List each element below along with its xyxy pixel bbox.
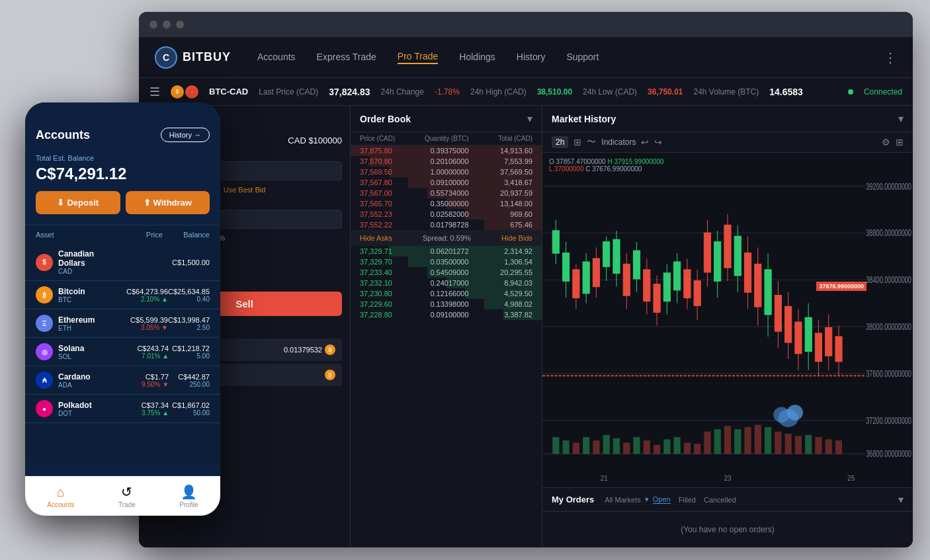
- ob-ask-row[interactable]: 37,875.80 0.39375000 14,913.60: [351, 145, 542, 156]
- ob-ask-row[interactable]: 37,570.80 0.20106000 7,553.99: [351, 156, 542, 167]
- asset-icon: ●: [36, 400, 53, 417]
- order-book-chevron[interactable]: ▾: [527, 112, 532, 125]
- x-label-25: 25: [847, 475, 855, 482]
- chart-expand-icon[interactable]: ⊞: [896, 137, 904, 147]
- nav-accounts[interactable]: Accounts: [257, 52, 296, 63]
- asset-balance-col: C$13,998.47 2.50: [168, 316, 210, 331]
- ask-price: 37,567.80: [360, 179, 413, 186]
- asset-balance-value: C$13,998.47: [168, 316, 210, 324]
- svg-text:38400.00000000: 38400.00000000: [866, 274, 911, 286]
- svg-rect-73: [563, 440, 570, 454]
- asset-icon: Ξ: [36, 315, 53, 332]
- hide-asks-btn[interactable]: Hide Asks: [360, 234, 392, 242]
- nav-trade-mobile[interactable]: ↺ Trade: [118, 484, 136, 508]
- nav-history[interactable]: History: [517, 52, 546, 63]
- svg-rect-27: [613, 240, 620, 274]
- nav-more-menu[interactable]: ⋮: [884, 50, 897, 65]
- ohlc-o: O 37857.47000000: [549, 158, 606, 165]
- bid-qty: 0.09100000: [423, 311, 476, 319]
- nav-profile-mobile[interactable]: 👤 Profile: [179, 484, 198, 508]
- asset-info: Canadian Dollars CAD: [58, 249, 120, 275]
- bids-container: 37,329.71 0.06201272 2,314.92 37,329.70 …: [351, 246, 542, 320]
- nav-accounts-mobile[interactable]: ⌂ Accounts: [47, 485, 74, 508]
- chart-header: Market History ▾: [542, 106, 913, 132]
- svg-rect-47: [714, 242, 721, 281]
- low-label: 24h Low (CAD): [583, 87, 637, 97]
- asset-list-item[interactable]: ● Polkadot DOT C$37.34 3.75% ▲ C$1,867.0…: [25, 395, 220, 423]
- asset-list-item[interactable]: $ Canadian Dollars CAD C$1,500.00: [25, 244, 220, 281]
- ob-ask-row[interactable]: 37,569.50 1.00000000 37,569.50: [351, 167, 542, 177]
- asset-list-item[interactable]: ₿ Bitcoin BTC C$64,273.96 2.10% ▲ C$25,6…: [25, 281, 220, 309]
- connected-text: Connected: [864, 87, 902, 97]
- bid-price: 37,228.80: [360, 311, 413, 319]
- ob-bid-row[interactable]: 37,233.40 0.54509000 20,295.55: [351, 267, 542, 278]
- asset-list-item[interactable]: Ξ Ethereum ETH C$5,599.39 3.05% ▼ C$13,9…: [25, 309, 220, 338]
- ob-bid-row[interactable]: 37,229.60 0.13398000 4,988.02: [351, 299, 542, 309]
- order-book-header: Order Book ▾: [351, 106, 542, 132]
- ticker-pair[interactable]: BTC-CAD: [209, 87, 248, 97]
- accounts-nav-icon: ⌂: [57, 485, 65, 500]
- bid-price: 37,329.70: [360, 258, 413, 266]
- svg-text:36800.00000000: 36800.00000000: [866, 448, 911, 460]
- asset-price-col: C$37.34 3.75% ▲: [120, 401, 169, 417]
- asset-balance-value: C$1,218.72: [169, 344, 210, 352]
- ob-ask-row[interactable]: 37,565.70 0.35000000 13,148.00: [351, 198, 542, 209]
- chart-type-icon[interactable]: ⊞: [573, 137, 581, 147]
- my-orders-filter[interactable]: All Markets: [605, 496, 640, 504]
- asset-change: 2.10% ▲: [119, 296, 168, 303]
- ob-bid-row[interactable]: 37,329.70 0.03500000 1,306.54: [351, 257, 542, 267]
- asset-price-value: C$243.74: [120, 344, 169, 352]
- nav-express-trade[interactable]: Express Trade: [317, 52, 376, 63]
- asset-balance-col: C$25,634.85 0.40: [168, 288, 210, 303]
- time-interval-btn[interactable]: 2h: [552, 136, 568, 148]
- svg-rect-81: [644, 440, 650, 454]
- withdraw-btn[interactable]: ⬆ Withdraw: [126, 191, 210, 214]
- indicators-btn[interactable]: Indicators: [601, 138, 636, 147]
- ticker-menu-icon[interactable]: ☰: [149, 85, 160, 99]
- current-price-value: 37676.99000000: [819, 283, 864, 290]
- asset-list-item[interactable]: ₳ Cardano ADA C$1.77 9.50% ▼ C$442.87 25…: [25, 366, 220, 395]
- ohlc-display: O 37857.47000000 H 37915.99000000 L 3700…: [549, 158, 664, 173]
- filter-dropdown-icon[interactable]: ▾: [645, 495, 649, 504]
- mobile-balance-section: Total Est. Balance C$74,291.12 ⬇ Deposit…: [25, 149, 220, 225]
- ob-ask-row[interactable]: 37,567.00 0.55734000 20,937.59: [351, 188, 542, 198]
- svg-rect-78: [613, 438, 620, 454]
- deposit-btn[interactable]: ⬇ Deposit: [36, 191, 120, 214]
- ob-bid-row[interactable]: 37,228.80 0.09100000 3,387.82: [351, 309, 542, 320]
- redo-icon[interactable]: ↪: [654, 137, 662, 147]
- asset-qty: 5.00: [169, 352, 210, 360]
- tab-filled[interactable]: Filled: [679, 496, 696, 504]
- nav-holdings[interactable]: Holdings: [459, 52, 495, 63]
- undo-icon[interactable]: ↩: [641, 137, 649, 147]
- ob-bid-row[interactable]: 37,230.80 0.12166000 4,529.50: [351, 288, 542, 299]
- svg-rect-94: [775, 432, 781, 454]
- chart-wave-icon[interactable]: 〜: [587, 136, 596, 148]
- ob-ask-row[interactable]: 37,552.23 0.02582000 969.60: [351, 209, 542, 220]
- tab-open[interactable]: Open: [653, 495, 671, 504]
- svg-text:37200.00000000: 37200.00000000: [866, 415, 911, 426]
- mobile-history-btn[interactable]: History →: [161, 128, 210, 142]
- bid-qty: 0.13398000: [423, 300, 476, 308]
- ob-ask-row[interactable]: 37,567.80 0.09100000 3,418.67: [351, 177, 542, 188]
- browser-window: C BITBUY Accounts Express Trade Pro Trad…: [139, 12, 913, 547]
- market-history-chevron[interactable]: ▾: [898, 112, 904, 125]
- my-orders-chevron[interactable]: ▾: [898, 493, 904, 506]
- asset-name: Canadian Dollars: [58, 249, 120, 268]
- asset-list-header: Asset Price Balance: [25, 225, 220, 244]
- tab-cancelled[interactable]: Cancelled: [704, 496, 736, 504]
- spread-row: Hide Asks Spread: 0.59% Hide Bids: [351, 230, 542, 246]
- nav-support[interactable]: Support: [566, 52, 599, 63]
- hide-bids-btn[interactable]: Hide Bids: [501, 234, 532, 242]
- ob-bid-row[interactable]: 37,329.71 0.06201272 2,314.92: [351, 246, 542, 257]
- high-value: 38,510.00: [537, 87, 572, 97]
- ob-bid-row[interactable]: 37,232.10 0.24017000 8,942.03: [351, 278, 542, 288]
- asset-price-col: C$64,273.96 2.10% ▲: [119, 288, 168, 303]
- nav-pro-trade[interactable]: Pro Trade: [398, 51, 438, 64]
- asset-list-item[interactable]: ◎ Solana SOL C$243.74 7.01% ▲ C$1,218.72…: [25, 338, 220, 366]
- ob-col-total: Total (CAD): [498, 135, 532, 142]
- chart-settings-icon[interactable]: ⚙: [882, 137, 890, 147]
- svg-point-103: [787, 405, 803, 420]
- svg-rect-65: [805, 318, 812, 352]
- profile-nav-label: Profile: [179, 501, 198, 508]
- ob-ask-row[interactable]: 37,552.22 0.01798728 675.46: [351, 220, 542, 230]
